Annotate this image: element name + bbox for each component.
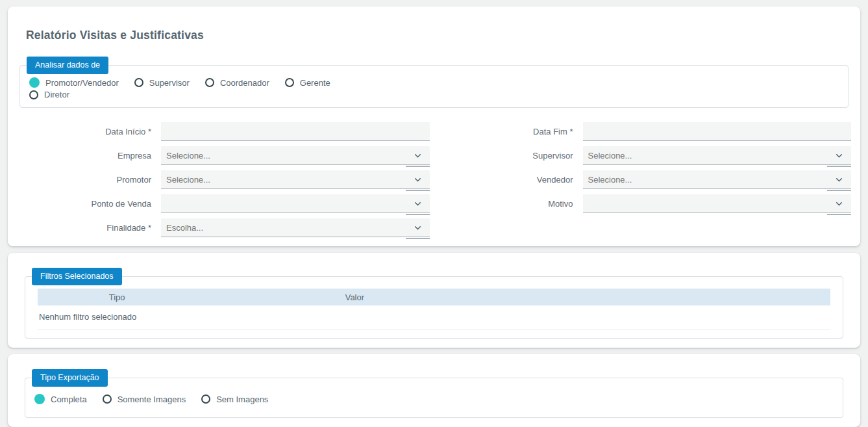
analisar-radio-supervisor[interactable]: Supervisor bbox=[134, 77, 190, 88]
chevron-down-icon bbox=[413, 175, 423, 185]
field-label-promotor: Promotor bbox=[8, 175, 161, 185]
selected-filters-table: TipoValor Nenhum filtro selecionado bbox=[38, 289, 830, 330]
card-filtros-selecionados: Filtros Selecionados TipoValor Nenhum fi… bbox=[8, 253, 860, 348]
radio-unselected-icon[interactable] bbox=[205, 78, 214, 87]
field-label-vendedor: Vendedor bbox=[430, 175, 583, 185]
field-label-ponto-de-venda: Ponto de Venda bbox=[8, 199, 161, 209]
input-data-inicio[interactable] bbox=[161, 122, 430, 141]
column-header-valor: Valor bbox=[196, 289, 513, 305]
field-label-empresa: Empresa bbox=[8, 151, 161, 161]
chevron-down-icon bbox=[834, 151, 844, 161]
radio-unselected-icon[interactable] bbox=[201, 395, 210, 404]
input-data-fim[interactable] bbox=[583, 122, 852, 141]
field-label-data-fim: Data Fim * bbox=[430, 127, 583, 136]
select-promotor[interactable]: Selecione... bbox=[161, 170, 430, 189]
analisar-radio-diretor[interactable]: Diretor bbox=[29, 90, 69, 99]
page: Relatório Visitas e Justificativas Anali… bbox=[0, 0, 868, 427]
card-report-form: Relatório Visitas e Justificativas Anali… bbox=[8, 6, 860, 246]
page-title: Relatório Visitas e Justificativas bbox=[26, 29, 860, 42]
radio-unselected-icon[interactable] bbox=[134, 78, 143, 87]
radio-label: Somente Imagens bbox=[118, 395, 186, 404]
select-value: Selecione... bbox=[166, 151, 210, 161]
radio-label: Promotor/Vendedor bbox=[45, 78, 119, 88]
analisar-radio-promotor-vendedor[interactable]: Promotor/Vendedor bbox=[29, 77, 119, 88]
card-tipo-exportacao: Tipo Exportação CompletaSomente ImagensS… bbox=[8, 354, 860, 427]
panel-tipo-exportacao: Tipo Exportação CompletaSomente ImagensS… bbox=[25, 378, 843, 418]
analisar-radio-group: Promotor/VendedorSupervisorCoordenadorGe… bbox=[28, 76, 368, 102]
radio-label: Completa bbox=[51, 395, 87, 404]
form-row-data-inicio: Data Início * bbox=[8, 122, 430, 141]
radio-label: Gerente bbox=[300, 78, 330, 88]
panel-analisar-dados: Analisar dados de Promotor/VendedorSuper… bbox=[19, 65, 849, 108]
select-vendedor[interactable]: Selecione... bbox=[583, 170, 852, 189]
export-radio-completa[interactable]: Completa bbox=[34, 394, 87, 404]
radio-label: Sem Imagens bbox=[216, 395, 268, 404]
field-label-data-inicio: Data Início * bbox=[8, 127, 161, 136]
radio-unselected-icon[interactable] bbox=[29, 90, 38, 99]
radio-unselected-icon[interactable] bbox=[285, 78, 294, 87]
select-motivo[interactable] bbox=[583, 194, 852, 213]
table-empty-row: Nenhum filtro selecionado bbox=[38, 305, 830, 330]
form-row-vendedor: VendedorSelecione... bbox=[430, 170, 852, 189]
analisar-radio-gerente[interactable]: Gerente bbox=[285, 77, 330, 88]
panel-tab-filtros-selecionados: Filtros Selecionados bbox=[32, 268, 122, 285]
select-finalidade[interactable]: Escolha... bbox=[161, 218, 430, 237]
select-empresa[interactable]: Selecione... bbox=[161, 146, 430, 165]
chevron-down-icon bbox=[413, 223, 423, 233]
radio-label: Coordenador bbox=[220, 78, 269, 88]
analisar-radio-coordenador[interactable]: Coordenador bbox=[205, 77, 269, 88]
export-radio-sem-imagens[interactable]: Sem Imagens bbox=[201, 394, 268, 404]
select-ponto-de-venda[interactable] bbox=[161, 194, 430, 213]
export-radio-somente-imagens[interactable]: Somente Imagens bbox=[103, 394, 186, 404]
form-row-supervisor: SupervisorSelecione... bbox=[430, 146, 852, 165]
filters-form: Data Início *EmpresaSelecione...Promotor… bbox=[8, 122, 860, 237]
form-row-promotor: PromotorSelecione... bbox=[8, 170, 430, 189]
form-row-empresa: EmpresaSelecione... bbox=[8, 146, 430, 165]
field-label-finalidade: Finalidade * bbox=[8, 223, 161, 233]
form-row-data-fim: Data Fim * bbox=[430, 122, 852, 141]
panel-tab-analisar-dados: Analisar dados de bbox=[27, 57, 108, 74]
select-value: Selecione... bbox=[588, 175, 632, 185]
radio-label: Supervisor bbox=[149, 78, 190, 88]
select-value: Selecione... bbox=[166, 175, 210, 185]
field-label-supervisor: Supervisor bbox=[430, 151, 583, 161]
table-empty-message: Nenhum filtro selecionado bbox=[38, 305, 830, 330]
export-radio-group: CompletaSomente ImagensSem Imagens bbox=[33, 393, 835, 407]
chevron-down-icon bbox=[834, 175, 844, 185]
select-value: Escolha... bbox=[166, 223, 203, 233]
column-header-tipo: Tipo bbox=[38, 289, 196, 305]
panel-filtros-selecionados: Filtros Selecionados TipoValor Nenhum fi… bbox=[25, 276, 843, 339]
panel-tab-tipo-exportacao: Tipo Exportação bbox=[32, 369, 108, 387]
field-label-motivo: Motivo bbox=[430, 199, 583, 209]
chevron-down-icon bbox=[413, 199, 423, 209]
select-supervisor[interactable]: Selecione... bbox=[583, 146, 852, 165]
radio-label: Diretor bbox=[44, 90, 69, 99]
chevron-down-icon bbox=[413, 151, 423, 161]
form-column-left: Data Início *EmpresaSelecione...Promotor… bbox=[8, 122, 430, 237]
form-row-finalidade: Finalidade *Escolha... bbox=[8, 218, 430, 237]
table-header-row: TipoValor bbox=[38, 289, 830, 305]
column-header-empty bbox=[514, 289, 830, 305]
form-row-motivo: Motivo bbox=[430, 194, 852, 213]
radio-unselected-icon[interactable] bbox=[103, 395, 112, 404]
chevron-down-icon bbox=[834, 199, 844, 209]
radio-selected-icon[interactable] bbox=[29, 77, 40, 88]
radio-selected-icon[interactable] bbox=[34, 394, 45, 404]
form-column-right: Data Fim *SupervisorSelecione...Vendedor… bbox=[430, 122, 852, 237]
form-row-ponto-de-venda: Ponto de Venda bbox=[8, 194, 430, 213]
select-value: Selecione... bbox=[588, 151, 632, 161]
